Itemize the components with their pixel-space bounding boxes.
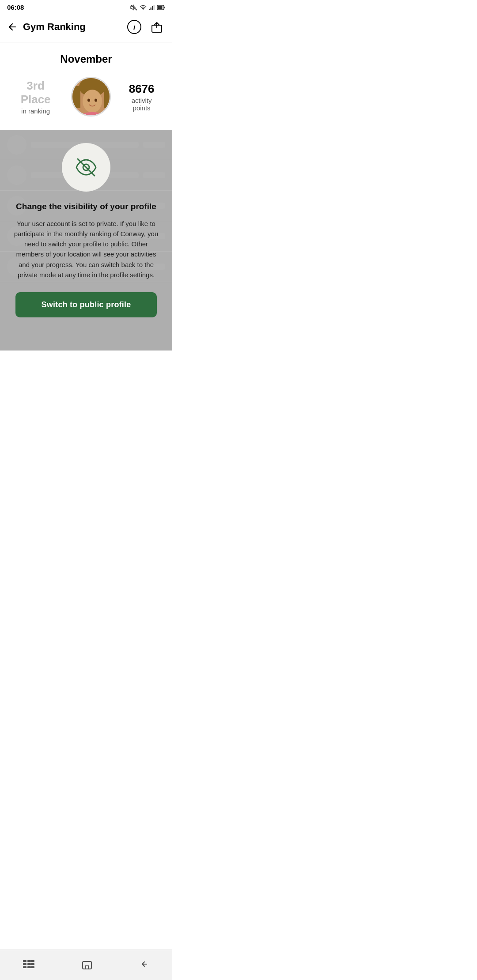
svg-rect-2 (149, 9, 150, 10)
user-avatar (71, 77, 111, 117)
status-time: 06:08 (7, 4, 24, 11)
month-section: November (0, 42, 172, 70)
svg-rect-15 (104, 86, 111, 108)
status-icons (130, 4, 165, 11)
svg-rect-4 (152, 6, 153, 10)
nav-bar: Gym Ranking i (0, 14, 172, 42)
nav-right: i (125, 18, 165, 36)
bottom-spacer (0, 351, 172, 381)
overlay-section: Change the visibility of your profile Yo… (0, 130, 172, 351)
points-number: 8676 (124, 82, 159, 96)
wifi-icon (140, 5, 147, 10)
status-bar: 06:08 (0, 0, 172, 14)
switch-to-public-button[interactable]: Switch to public profile (15, 292, 157, 317)
svg-rect-14 (72, 86, 80, 108)
points-label: activity points (124, 97, 159, 112)
place-number: 3rd Place (13, 79, 58, 106)
share-icon (150, 20, 163, 34)
ranking-points: 8676 activity points (124, 82, 159, 112)
page-title: Gym Ranking (23, 21, 86, 33)
visibility-card: Change the visibility of your profile Yo… (9, 143, 163, 317)
svg-rect-3 (151, 8, 152, 10)
back-button[interactable] (7, 20, 21, 34)
svg-point-19 (95, 99, 97, 102)
svg-line-0 (131, 5, 137, 10)
visibility-body: Your user account is set to private. If … (13, 219, 159, 280)
eye-off-icon (74, 155, 98, 179)
svg-rect-5 (154, 5, 155, 10)
eye-off-circle (62, 143, 110, 192)
svg-point-18 (87, 99, 90, 102)
nav-left: Gym Ranking (7, 20, 86, 34)
place-label: in ranking (13, 107, 58, 115)
signal-icon (149, 5, 155, 10)
ranking-row: 3rd Place in ranking (0, 70, 172, 130)
svg-point-1 (143, 9, 144, 10)
svg-rect-8 (164, 7, 165, 8)
info-button[interactable]: i (125, 18, 143, 36)
visibility-title: Change the visibility of your profile (16, 201, 156, 212)
share-button[interactable] (148, 19, 165, 35)
month-title: November (7, 53, 165, 65)
muted-icon (130, 4, 137, 11)
battery-icon (157, 5, 165, 10)
svg-rect-7 (158, 6, 163, 9)
ranking-place: 3rd Place in ranking (13, 79, 58, 115)
info-icon: i (127, 20, 141, 34)
